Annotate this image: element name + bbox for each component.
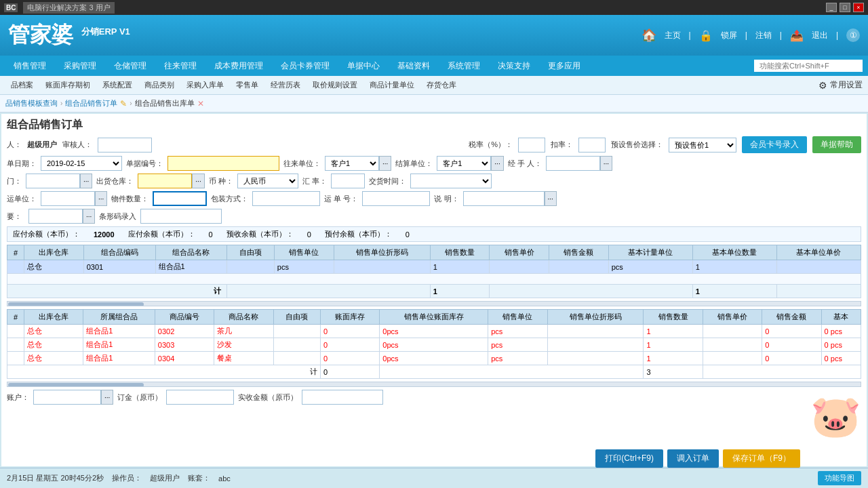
- col-combo-name: 组合品名称: [155, 245, 227, 260]
- logout-link[interactable]: 注销: [755, 30, 772, 41]
- toolbar-product-archive[interactable]: 品档案: [5, 79, 39, 92]
- col-base-qty: 基本单位数量: [692, 245, 776, 260]
- home-link[interactable]: 主页: [665, 30, 681, 41]
- toolbar-purchase-in[interactable]: 采购入库单: [181, 79, 229, 92]
- order-deposit-label: 订金（原币）: [117, 392, 162, 403]
- nav-basic[interactable]: 基础资料: [389, 58, 438, 75]
- sub-table-row[interactable]: 总仓 组合品1 0304 餐桌 0 0pcs pcs 1 0 0 pcs: [7, 352, 861, 365]
- shipping-input[interactable]: [41, 191, 95, 206]
- cell-amount: [549, 260, 609, 274]
- app-header: 管家婆 分销ERP V1 🏠 主页 | 🔒 锁屏 | 注销 | 📤 退出 | ①: [0, 15, 868, 56]
- nav-dealings[interactable]: 往来管理: [156, 58, 205, 75]
- bc-icon: BC: [4, 3, 18, 12]
- info-link[interactable]: ①: [846, 28, 860, 42]
- received-input[interactable]: [302, 390, 383, 405]
- table-row[interactable]: 总仓 0301 组合品1 pcs 1 pcs 1: [7, 260, 861, 274]
- exchange-input[interactable]: 1: [331, 174, 365, 188]
- sub-scroll-thumb[interactable]: [8, 383, 144, 387]
- reviewer-input[interactable]: [98, 138, 152, 152]
- tax-input[interactable]: 0: [518, 138, 545, 152]
- minimize-btn[interactable]: _: [826, 3, 837, 12]
- toolbar-settings[interactable]: ⚙ 常用设置: [818, 79, 863, 91]
- breadcrumb-combo-order[interactable]: 组合品销售订单: [65, 98, 117, 108]
- nav-orders[interactable]: 单据中心: [339, 58, 388, 75]
- account-input[interactable]: [33, 390, 101, 405]
- form-row-3: 运单位： ··· 物件数量： 包装方式： 运 单 号： 说 明： ···: [7, 191, 861, 206]
- nav-sales[interactable]: 销售管理: [5, 58, 54, 75]
- toolbar-price-rule[interactable]: 取价规则设置: [307, 79, 363, 92]
- sub-table-scrollbar[interactable]: [7, 382, 861, 387]
- toolbar-history[interactable]: 经营历表: [265, 79, 306, 92]
- toolbar-stock-initial[interactable]: 账面库存期初: [40, 79, 96, 92]
- toolbar-product-category[interactable]: 商品类别: [139, 79, 180, 92]
- breadcrumb-close-icon[interactable]: ✕: [197, 99, 204, 108]
- sub-table-row[interactable]: 总仓 组合品1 0303 沙发 0 0pcs pcs 1 0 0 pcs: [7, 338, 861, 352]
- exchange-label: 汇 率：: [302, 176, 327, 186]
- barcode-input[interactable]: [140, 209, 222, 224]
- dept-dots-btn[interactable]: ···: [80, 174, 92, 188]
- nav-search-input[interactable]: [754, 60, 863, 72]
- remarks-dots-btn[interactable]: ···: [545, 191, 557, 206]
- delivery-time-select[interactable]: [410, 174, 492, 188]
- breadcrumb-query[interactable]: 品销售模板查询: [5, 98, 58, 108]
- shipping-dots-btn[interactable]: ···: [95, 191, 107, 206]
- packing-input[interactable]: [252, 191, 320, 206]
- exit-link[interactable]: 退出: [812, 30, 828, 41]
- operator-label: 操作员：: [112, 473, 142, 483]
- settle-select[interactable]: 客户1: [437, 156, 491, 171]
- date-input[interactable]: 2019-02-15: [41, 156, 122, 171]
- main-table-scrollbar[interactable]: [7, 301, 861, 306]
- sub-cell-free: [273, 325, 320, 338]
- operator-value: 超级用户: [150, 473, 180, 483]
- help-map-btn[interactable]: 功能导图: [818, 471, 861, 485]
- close-btn[interactable]: ×: [853, 3, 864, 12]
- order-deposit-input[interactable]: [166, 390, 234, 405]
- nav-purchase[interactable]: 采购管理: [56, 58, 104, 75]
- require-input[interactable]: [28, 209, 83, 224]
- help-btn[interactable]: 单据帮助: [812, 136, 861, 153]
- order-no-input[interactable]: ZXD-T-2019-02-15-0001: [167, 156, 279, 171]
- table-row-empty[interactable]: [7, 274, 861, 285]
- warehouse-input[interactable]: 总仓: [138, 174, 192, 188]
- partner-dots-btn[interactable]: ···: [379, 156, 391, 171]
- toolbar-retail[interactable]: 零售单: [231, 79, 264, 92]
- member-card-btn[interactable]: 会员卡号录入: [742, 136, 807, 153]
- col-barcode: 销售单位折形码: [334, 245, 430, 260]
- currency-select[interactable]: 人民币: [237, 174, 298, 188]
- nav-system[interactable]: 系统管理: [439, 58, 488, 75]
- handler-input[interactable]: 小周: [546, 156, 600, 171]
- import-btn[interactable]: 调入订单: [667, 449, 719, 468]
- title-tab[interactable]: 电脑行业解决方案 3 用户: [23, 2, 114, 14]
- toolbar-config[interactable]: 系统配置: [97, 79, 138, 92]
- maximize-btn[interactable]: □: [840, 3, 850, 12]
- nav-cost[interactable]: 成本费用管理: [206, 58, 271, 75]
- breadcrumb-combo-out[interactable]: 组合品销售出库单: [135, 98, 195, 108]
- settle-label: 结算单位：: [395, 159, 433, 169]
- received-label: 实收金额（原币）: [238, 392, 298, 403]
- scroll-thumb[interactable]: [8, 302, 144, 306]
- remarks-input[interactable]: [463, 191, 545, 206]
- shipping-no-label: 运 单 号：: [324, 194, 358, 204]
- toolbar-inventory[interactable]: 存货仓库: [421, 79, 462, 92]
- account-dots-btn[interactable]: ···: [101, 390, 113, 405]
- nav-member[interactable]: 会员卡券管理: [273, 58, 338, 75]
- shipping-label: 运单位：: [7, 194, 37, 204]
- handler-dots-btn[interactable]: ···: [600, 156, 612, 171]
- nav-more[interactable]: 更多应用: [540, 58, 589, 75]
- discount-input[interactable]: 1: [578, 138, 606, 152]
- parts-input[interactable]: [153, 191, 207, 206]
- nav-decision[interactable]: 决策支持: [490, 58, 538, 75]
- print-btn[interactable]: 打印(Ctrl+F9): [595, 449, 663, 468]
- lock-link[interactable]: 锁屏: [721, 30, 737, 41]
- warehouse-dots-btn[interactable]: ···: [192, 174, 204, 188]
- shipping-no-input[interactable]: [362, 191, 430, 206]
- save-btn[interactable]: 保存订单（F9）: [723, 449, 800, 468]
- preset-price-select[interactable]: 预设售价1: [669, 138, 736, 152]
- dept-input[interactable]: 财务部: [26, 174, 80, 188]
- settle-dots-btn[interactable]: ···: [491, 156, 503, 171]
- require-dots-btn[interactable]: ···: [83, 209, 95, 224]
- partner-select[interactable]: 客户1: [325, 156, 379, 171]
- sub-table-row[interactable]: 总仓 组合品1 0302 茶几 0 0pcs pcs 1 0 0 pcs: [7, 325, 861, 338]
- nav-warehouse[interactable]: 仓储管理: [106, 58, 155, 75]
- toolbar-unit[interactable]: 商品计量单位: [364, 79, 420, 92]
